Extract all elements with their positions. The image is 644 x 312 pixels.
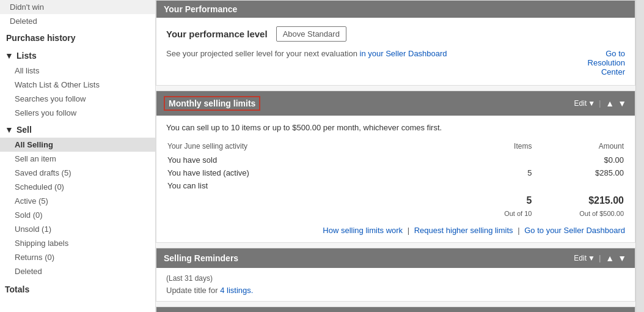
sidebar-item-didnt-win[interactable]: Didn't win (0, 0, 155, 14)
activity-table: Your June selling activity Items Amount (166, 141, 625, 220)
go-to-dashboard-link[interactable]: Go to your Seller Dashboard (524, 226, 625, 235)
sell-arrow-icon: ▼ (5, 125, 13, 134)
performance-title-bar: Your Performance (156, 1, 635, 18)
table-row: You have listed (active) 5 $285.00 (167, 167, 624, 179)
sidebar: Didn't win Deleted Purchase history ▼ Li… (0, 0, 156, 312)
performance-section: Your Performance Your performance level … (156, 0, 635, 86)
reminders-chevron-buttons: ▲ ▼ (604, 254, 628, 262)
reminders-header: Selling Reminders Edit ▼ | ▲ ▼ (156, 248, 635, 268)
activity-title: Your June selling activity (167, 142, 247, 150)
seller-dashboard-link[interactable]: in your Seller Dashboard (360, 49, 447, 58)
performance-title: Your Performance (164, 4, 237, 14)
controls-divider: | (599, 99, 601, 108)
sidebar-item-shipping-labels[interactable]: Shipping labels (0, 236, 155, 250)
purchase-history-header: Purchase history (0, 28, 155, 46)
row-label-listed: You have listed (active) (167, 167, 440, 179)
selling-limits-title: Monthly selling limits (164, 96, 260, 111)
sidebar-item-scheduled[interactable]: Scheduled (0) (0, 180, 155, 194)
performance-level-label: Your performance level (166, 29, 268, 39)
table-row: You can list (167, 180, 624, 191)
row-amount-sold: $0.00 (533, 154, 624, 166)
main-content: Your Performance Your performance level … (156, 0, 635, 312)
sidebar-item-unsold[interactable]: Unsold (1) (0, 222, 155, 236)
selling-limits-edit-button[interactable]: Edit ▼ (574, 99, 596, 108)
sidebar-label-deleted-top: Deleted (10, 17, 37, 26)
sidebar-item-sellers-you-follow[interactable]: Sellers you follow (0, 106, 155, 120)
sidebar-sell-label: Sell (16, 125, 32, 135)
sidebar-item-all-lists[interactable]: All lists (0, 64, 155, 78)
how-limits-work-link[interactable]: How selling limits work (323, 226, 403, 235)
sidebar-lists-group: All lists Watch List & Other Lists Searc… (0, 64, 155, 120)
sidebar-item-returns[interactable]: Returns (0) (0, 250, 155, 264)
sidebar-label-didnt-win: Didn't win (10, 2, 44, 12)
out-of-amount: Out of $500.00 (533, 209, 624, 218)
reminders-title: Selling Reminders (164, 253, 238, 263)
can-list-amount-value: $215.00 (533, 193, 624, 207)
col-amount-header: Amount (533, 142, 624, 153)
chevron-buttons: ▲ ▼ (604, 99, 628, 108)
sidebar-item-sold[interactable]: Sold (0) (0, 208, 155, 222)
sidebar-item-searches-you-follow[interactable]: Searches you follow (0, 92, 155, 106)
request-higher-limits-link[interactable]: Request higher selling limits (414, 226, 513, 235)
sidebar-item-sell-an-item[interactable]: Sell an item (0, 152, 155, 166)
sidebar-lists-label: Lists (16, 51, 37, 61)
last-31-label: (Last 31 days) (166, 274, 625, 283)
selling-limits-header: Monthly selling limits Edit ▼ | ▲ ▼ (156, 91, 635, 116)
reminders-collapse-down-button[interactable]: ▼ (617, 254, 628, 262)
scheduled-section: Scheduled (0) Edit ▼ | ▲ ▼ (156, 306, 635, 312)
can-sell-text: You can sell up to 10 items or up to $50… (166, 123, 625, 132)
reminders-edit-button[interactable]: Edit ▼ (574, 254, 595, 262)
performance-body: Your performance level Above Standard Se… (156, 18, 635, 85)
scheduled-header: Scheduled (0) Edit ▼ | ▲ ▼ (156, 307, 635, 312)
reminders-section: Selling Reminders Edit ▼ | ▲ ▼ (Last 31 … (156, 248, 635, 302)
row-items-listed: 5 (441, 167, 532, 179)
limits-links: How selling limits work | Request higher… (166, 226, 625, 235)
june-activity: Your June selling activity Items Amount (166, 141, 625, 220)
sidebar-item-active[interactable]: Active (5) (0, 194, 155, 208)
performance-level-row: Your performance level Above Standard (166, 26, 625, 42)
out-of-items: Out of 10 (441, 209, 532, 218)
sidebar-item-watchlist[interactable]: Watch List & Other Lists (0, 78, 155, 92)
can-list-items-value: 5 (441, 193, 532, 207)
sidebar-item-all-selling[interactable]: All Selling (0, 138, 155, 152)
can-list-value-row: 5 $215.00 (167, 193, 624, 207)
sidebar-sell-group: All Selling Sell an item Saved drafts (5… (0, 138, 155, 278)
above-standard-button[interactable]: Above Standard (276, 26, 346, 42)
sidebar-item-saved-drafts[interactable]: Saved drafts (5) (0, 166, 155, 180)
totals-label: Totals (5, 284, 29, 294)
totals-header[interactable]: Totals (0, 278, 155, 297)
row-items-sold (441, 154, 532, 166)
projected-row: See your projected seller level for your… (166, 49, 625, 76)
out-of-row: Out of 10 Out of $500.00 (167, 209, 624, 218)
row-amount-listed: $285.00 (533, 167, 624, 179)
selling-limits-body: You can sell up to 10 items or up to $50… (156, 116, 635, 242)
table-row: You have sold $0.00 (167, 154, 624, 166)
col-items-header: Items (441, 142, 532, 153)
reminders-body: (Last 31 days) Update title for 4 listin… (156, 268, 635, 301)
selling-limits-section: Monthly selling limits Edit ▼ | ▲ ▼ You … (156, 91, 635, 243)
row-label-can-list: You can list (167, 180, 440, 191)
reminders-controls: Edit ▼ | ▲ ▼ (574, 254, 628, 262)
reminder-text: Update title for 4 listings. (166, 286, 625, 295)
sidebar-sell-section[interactable]: ▼ Sell (0, 120, 155, 138)
lists-arrow-icon: ▼ (5, 51, 13, 60)
projected-text: See your projected seller level for your… (166, 49, 447, 58)
selling-limits-controls: Edit ▼ | ▲ ▼ (574, 99, 628, 108)
sidebar-item-deleted-top[interactable]: Deleted (0, 14, 155, 28)
sidebar-lists-section[interactable]: ▼ Lists (0, 46, 155, 64)
listings-link[interactable]: 4 listings. (220, 286, 253, 295)
reminders-collapse-up-button[interactable]: ▲ (604, 254, 615, 262)
collapse-up-button[interactable]: ▲ (604, 99, 615, 108)
sidebar-item-deleted-sell[interactable]: Deleted (0, 264, 155, 278)
collapse-down-button[interactable]: ▼ (617, 99, 628, 108)
row-label-sold: You have sold (167, 154, 440, 166)
reminders-edit-icon: ▼ (588, 254, 595, 262)
resolution-center-link[interactable]: Go to Resolution Center (588, 49, 625, 76)
edit-dropdown-icon: ▼ (588, 99, 595, 108)
scrollbar[interactable] (635, 0, 644, 312)
